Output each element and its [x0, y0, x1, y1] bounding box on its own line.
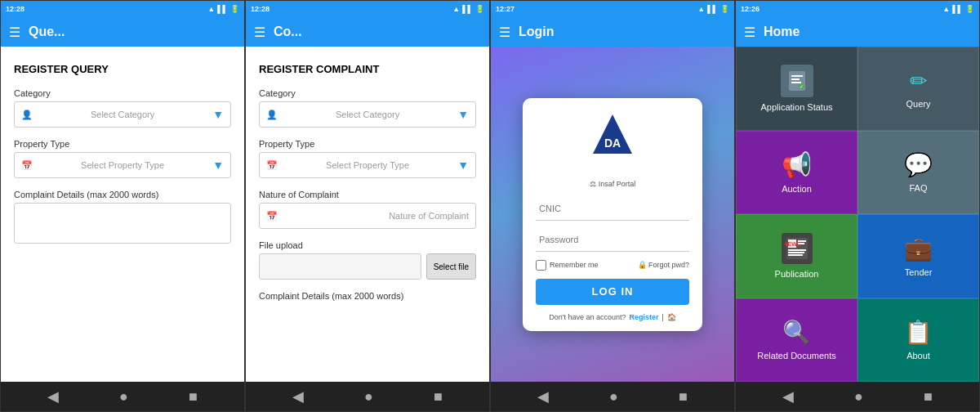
wifi-icon-3: ▲	[697, 5, 705, 13]
related-docs-label: Related Documents	[757, 351, 836, 360]
battery-icon-4: 🔋	[965, 5, 974, 13]
app-bar-4: ☰ Home	[736, 17, 979, 47]
home-icon-login[interactable]: 🏠	[667, 313, 676, 321]
status-icons-3: ▲ ▌▌ 🔋	[697, 5, 729, 13]
remember-checkbox[interactable]	[536, 260, 546, 271]
register-complaint-title: REGISTER COMPLAINT	[259, 63, 476, 75]
svg-rect-13	[788, 249, 806, 251]
menu-icon-4[interactable]: ☰	[744, 25, 755, 40]
home-btn-3[interactable]: ●	[609, 388, 618, 405]
app-title-3: Login	[519, 25, 555, 39]
nature-icon: 📅	[266, 211, 278, 222]
publication-label: Publication	[775, 269, 819, 279]
status-bar-3: 12:27 ▲ ▌▌ 🔋	[491, 1, 734, 17]
app-status-svg: ✓	[786, 69, 808, 92]
bottom-nav-2: ◀ ● ■	[246, 382, 489, 411]
app-title-4: Home	[764, 25, 800, 39]
nature-placeholder: Nature of Complaint	[389, 211, 469, 221]
battery-icon: 🔋	[230, 5, 239, 13]
tile-faq[interactable]: 💬 FAQ	[858, 131, 979, 215]
category-placeholder-1: Select Category	[91, 110, 154, 119]
tile-tender[interactable]: 💼 Tender	[858, 214, 979, 298]
wifi-icon: ▲	[207, 5, 215, 13]
details-textarea-1[interactable]	[14, 203, 231, 244]
menu-icon-2[interactable]: ☰	[254, 25, 265, 40]
form-group-category-1: Category 👤 Select Category ▼	[14, 88, 231, 128]
tender-label: Tender	[905, 267, 933, 277]
back-btn-4[interactable]: ◀	[782, 387, 794, 405]
dropdown-arrow-1: ▼	[212, 108, 224, 121]
category-label-1: Category	[14, 88, 231, 98]
status-icons-1: ▲ ▌▌ 🔋	[207, 5, 239, 13]
home-btn-1[interactable]: ●	[119, 388, 128, 405]
home-btn-4[interactable]: ●	[854, 388, 863, 405]
wifi-icon-4: ▲	[942, 5, 950, 13]
form-group-nature: Nature of Complaint 📅 Nature of Complain…	[259, 190, 476, 229]
signal-icon: ▌▌	[217, 5, 228, 13]
complaint-screen: REGISTER COMPLAINT Category 👤 Select Cat…	[246, 47, 489, 329]
recent-btn-2[interactable]: ■	[434, 388, 443, 405]
publication-icon: NEWS	[782, 233, 813, 264]
screen-content-2: REGISTER COMPLAINT Category 👤 Select Cat…	[246, 47, 489, 382]
recent-btn-1[interactable]: ■	[189, 388, 198, 405]
svg-rect-11	[798, 240, 806, 242]
remember-left: Remember me	[536, 260, 599, 271]
query-label: Query	[906, 99, 931, 109]
register-link[interactable]: Register	[629, 313, 658, 321]
details-label-2: Complaint Details (max 2000 words)	[259, 291, 476, 301]
tile-publication[interactable]: NEWS Publication	[736, 214, 858, 298]
menu-icon-3[interactable]: ☰	[499, 25, 510, 40]
recent-btn-3[interactable]: ■	[679, 388, 688, 405]
tile-auction[interactable]: 📢 Auction	[736, 131, 858, 215]
app-status-icon: ✓	[781, 65, 813, 97]
proptype-icon-2: 📅	[266, 160, 278, 171]
tile-application-status[interactable]: ✓ Application Status	[736, 47, 858, 131]
query-icon: ✏	[910, 69, 928, 94]
svg-text:✓: ✓	[799, 84, 803, 89]
category-placeholder-2: Select Category	[336, 110, 399, 119]
tile-query[interactable]: ✏ Query	[858, 47, 979, 131]
status-bar-4: 12:26 ▲ ▌▌ 🔋	[736, 1, 979, 17]
home-btn-2[interactable]: ●	[364, 388, 373, 405]
bottom-nav-1: ◀ ● ■	[1, 382, 244, 411]
faq-icon: 💬	[904, 151, 933, 178]
wifi-icon-2: ▲	[452, 5, 460, 13]
category-dropdown-2[interactable]: 👤 Select Category ▼	[259, 101, 476, 128]
password-input[interactable]	[536, 229, 689, 252]
select-file-button[interactable]: Select file	[426, 253, 476, 280]
form-group-details-1: Complaint Details (max 2000 words)	[14, 190, 231, 244]
phone-query: 12:28 ▲ ▌▌ 🔋 ☰ Que... REGISTER QUERY Cat…	[0, 0, 245, 412]
proptype-dropdown-1[interactable]: 📅 Select Property Type ▼	[14, 152, 231, 178]
back-btn-2[interactable]: ◀	[292, 387, 304, 405]
form-group-proptype-1: Property Type 📅 Select Property Type ▼	[14, 139, 231, 178]
login-screen: eProperty.pk DA ⚖ Insaf Portal	[491, 47, 734, 382]
svg-rect-15	[788, 254, 803, 256]
proptype-placeholder-2: Select Property Type	[326, 160, 409, 170]
cnic-input[interactable]	[536, 198, 689, 221]
tile-about[interactable]: 📋 About	[858, 298, 979, 383]
category-dropdown-1[interactable]: 👤 Select Category ▼	[14, 101, 231, 128]
proptype-dropdown-2[interactable]: 📅 Select Property Type ▼	[259, 152, 476, 178]
status-icons-4: ▲ ▌▌ 🔋	[942, 5, 974, 13]
svg-rect-12	[798, 243, 804, 244]
auction-icon: 📢	[782, 150, 812, 179]
forgot-pwd-link[interactable]: 🔒 Forgot pwd?	[638, 261, 689, 269]
nature-input[interactable]: 📅 Nature of Complaint	[259, 203, 476, 229]
form-group-file: File upload Select file	[259, 240, 476, 280]
status-bar-1: 12:28 ▲ ▌▌ 🔋	[1, 1, 244, 17]
insaf-text: Insaf Portal	[599, 180, 636, 188]
proptype-icon-1: 📅	[21, 160, 33, 171]
menu-icon-1[interactable]: ☰	[9, 25, 20, 40]
tile-related-docs[interactable]: 🔍 Related Documents	[736, 298, 858, 383]
proptype-label-1: Property Type	[14, 139, 231, 149]
back-btn-1[interactable]: ◀	[47, 387, 59, 405]
recent-btn-4[interactable]: ■	[924, 388, 933, 405]
form-group-category-2: Category 👤 Select Category ▼	[259, 88, 476, 128]
da-logo-svg: DA	[590, 111, 635, 157]
back-btn-3[interactable]: ◀	[537, 387, 549, 405]
file-input-area[interactable]	[259, 253, 421, 280]
nature-label: Nature of Complaint	[259, 190, 476, 199]
svg-rect-5	[791, 82, 801, 83]
login-button[interactable]: LOG IN	[536, 279, 689, 305]
svg-rect-14	[788, 252, 804, 253]
